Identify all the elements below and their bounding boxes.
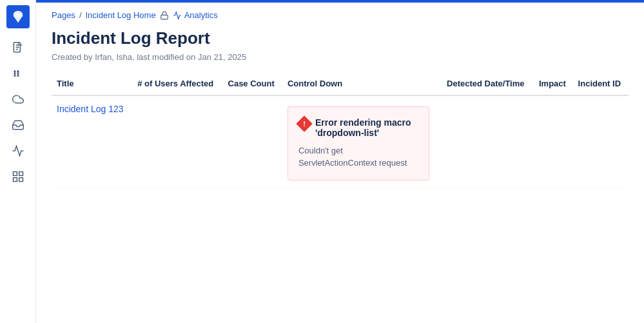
- content-area: Title # of Users Affected Case Count Con…: [36, 72, 644, 323]
- breadcrumb: Pages / Incident Log Home Analytics: [36, 3, 644, 25]
- breadcrumb-incident-log[interactable]: Incident Log Home: [86, 10, 156, 20]
- error-icon: [296, 115, 312, 132]
- col-case-count: Case Count: [223, 72, 282, 95]
- col-incident-id: Incident ID: [573, 72, 629, 95]
- sidebar-item-analytics[interactable]: [6, 139, 30, 162]
- incident-table: Title # of Users Affected Case Count Con…: [52, 72, 629, 189]
- col-detected-date: Detected Date/Time: [442, 72, 534, 95]
- error-box: Error rendering macro 'dropdown-list' Co…: [288, 106, 429, 181]
- svg-rect-2: [19, 172, 23, 176]
- main-content: Pages / Incident Log Home Analytics Inci…: [36, 0, 644, 323]
- cell-users-affected: [132, 95, 222, 189]
- svg-rect-1: [13, 172, 17, 176]
- logo[interactable]: [6, 5, 30, 28]
- col-title: Title: [52, 72, 132, 95]
- cell-control-down: Error rendering macro 'dropdown-list' Co…: [282, 95, 442, 189]
- error-body: Couldn't get ServletActionContext reques…: [298, 144, 418, 170]
- cell-title[interactable]: Incident Log 123: [52, 95, 132, 189]
- error-header: Error rendering macro 'dropdown-list': [298, 117, 418, 138]
- cell-incident-id: [573, 95, 629, 189]
- svg-rect-4: [19, 178, 23, 182]
- page-header: Incident Log Report Created by Irfan, Is…: [36, 25, 644, 72]
- page-meta: Created by Irfan, Isha, last modified on…: [52, 52, 629, 62]
- analytics-link[interactable]: Analytics: [173, 10, 218, 20]
- sidebar-item-inbox[interactable]: [6, 113, 30, 137]
- incident-link[interactable]: Incident Log 123: [57, 104, 124, 114]
- table-header-row: Title # of Users Affected Case Count Con…: [52, 72, 629, 95]
- cell-case-count: [223, 95, 282, 189]
- page-title: Incident Log Report: [52, 28, 629, 50]
- table-row: Incident Log 123 Error rendering macro '…: [52, 95, 629, 189]
- sidebar-item-document[interactable]: [6, 36, 30, 59]
- sidebar-item-board[interactable]: [6, 165, 30, 188]
- sidebar-item-quote[interactable]: [6, 62, 30, 85]
- lock-icon: [160, 11, 169, 20]
- sidebar-item-cloud[interactable]: [6, 88, 30, 111]
- breadcrumb-sep-1: /: [79, 10, 82, 20]
- col-impact: Impact: [534, 72, 573, 95]
- breadcrumb-pages[interactable]: Pages: [52, 10, 75, 20]
- svg-rect-5: [161, 15, 168, 19]
- svg-rect-3: [13, 178, 17, 182]
- cell-detected-date: [442, 95, 534, 189]
- error-title: Error rendering macro 'dropdown-list': [315, 117, 418, 138]
- top-bar: [36, 0, 644, 3]
- cell-impact: [534, 95, 573, 189]
- col-users-affected: # of Users Affected: [132, 72, 222, 95]
- sidebar: [0, 0, 36, 323]
- analytics-label: Analytics: [184, 10, 218, 20]
- col-control-down: Control Down: [282, 72, 442, 95]
